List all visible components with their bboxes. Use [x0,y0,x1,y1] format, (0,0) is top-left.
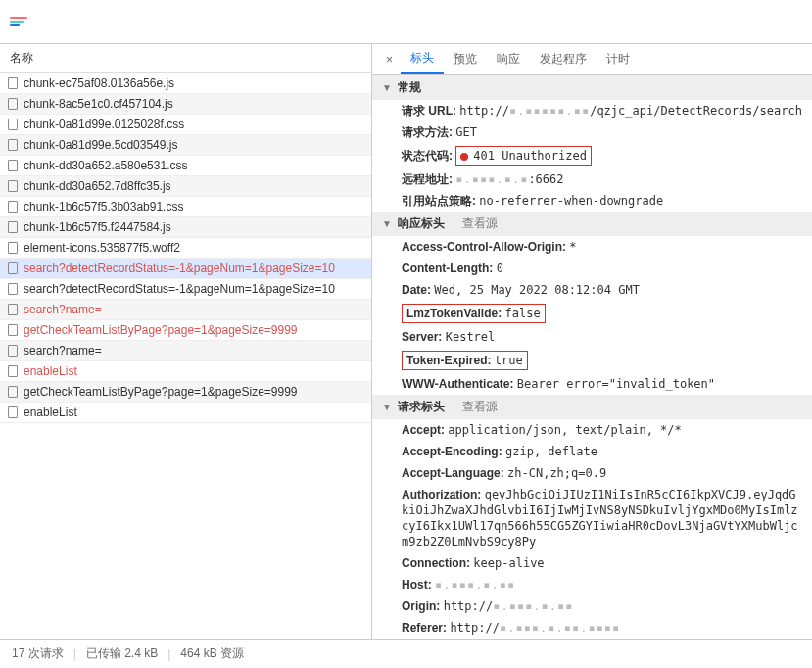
request-name: search?name= [24,303,102,316]
tab-initiator[interactable]: 发起程序 [530,45,597,73]
req-accept-language: Accept-Language: zh-CN,zh;q=0.9 [372,462,812,484]
request-row[interactable]: enableList [0,403,371,423]
resp-lmztoken: LmzTokenValide: false [372,301,812,326]
file-icon [8,242,18,254]
request-name: chunk-ec75af08.0136a56e.js [24,76,174,90]
chevron-down-icon: ▼ [382,218,392,229]
request-row[interactable]: chunk-0a81d99e.5cd03549.js [0,135,371,156]
status-dot-icon [460,153,468,161]
file-icon [8,365,18,377]
section-general-label: 常规 [398,79,421,96]
request-name: search?name= [24,344,102,358]
req-connection: Connection: keep-alive [372,552,812,574]
request-name: chunk-8ac5e1c0.cf457104.js [24,97,173,111]
details-panel: × 标头 预览 响应 发起程序 计时 ▼ 常规 请求 URL: http://▪… [372,44,812,639]
resp-token-expired: Token-Expired: true [372,348,812,373]
tab-response[interactable]: 响应 [487,45,530,73]
waterfall-icon [10,17,27,26]
request-row[interactable]: getCheckTeamListByPage?page=1&pageSize=9… [0,320,371,341]
close-icon[interactable]: × [378,49,401,71]
column-header-name[interactable]: 名称 [0,44,371,73]
resp-www-auth: WWW-Authenticate: Bearer error="invalid_… [372,373,812,395]
resp-server: Server: Kestrel [372,326,812,348]
tab-timing[interactable]: 计时 [597,45,640,73]
resp-date: Date: Wed, 25 May 2022 08:12:04 GMT [372,279,812,301]
section-response-headers[interactable]: ▼ 响应标头 查看源 [372,212,812,236]
file-icon [8,221,18,233]
req-referer: Referer: http://▪.▪▪▪.▪.▪▪.▪▪▪▪ [372,617,812,639]
section-general[interactable]: ▼ 常规 [372,75,812,100]
request-name: enableList [24,406,77,419]
status-bar: 17 次请求 | 已传输 2.4 kB | 464 kB 资源 [0,639,812,668]
resp-content-length: Content-Length: 0 [372,258,812,279]
request-method: 请求方法: GET [372,121,812,143]
file-icon [8,201,18,213]
file-icon [8,119,18,130]
req-accept-encoding: Accept-Encoding: gzip, deflate [372,441,812,462]
file-icon [8,345,18,357]
request-name: getCheckTeamListByPage?page=1&pageSize=9… [24,385,298,399]
tab-preview[interactable]: 预览 [444,45,487,73]
request-row[interactable]: chunk-8ac5e1c0.cf457104.js [0,94,371,115]
section-request-headers[interactable]: ▼ 请求标头 查看源 [372,395,812,419]
remote-address: 远程地址: ▪.▪▪▪.▪.▪:6662 [372,168,812,190]
request-row[interactable]: search?detectRecordStatus=-1&pageNum=1&p… [0,279,371,300]
file-icon [8,386,18,398]
file-icon [8,180,18,192]
request-row[interactable]: enableList [0,361,371,382]
request-name: enableList [24,364,77,378]
view-source-link[interactable]: 查看源 [462,399,498,415]
request-row[interactable]: element-icons.535877f5.woff2 [0,238,371,259]
request-row[interactable]: search?detectRecordStatus=-1&pageNum=1&p… [0,259,371,279]
request-name: chunk-dd30a652.7d8ffc35.js [24,179,171,193]
request-row[interactable]: chunk-0a81d99e.0125028f.css [0,115,371,135]
request-row[interactable]: search?name= [0,300,371,320]
request-row[interactable]: chunk-dd30a652.7d8ffc35.js [0,176,371,197]
file-icon [8,283,18,295]
file-icon [8,160,18,171]
request-name: chunk-0a81d99e.5cd03549.js [24,138,177,152]
resources-size: 464 kB 资源 [180,645,244,662]
request-row[interactable]: chunk-1b6c57f5.f2447584.js [0,217,371,238]
main-split: 名称 chunk-ec75af08.0136a56e.jschunk-8ac5e… [0,44,812,639]
request-row[interactable]: getCheckTeamListByPage?page=1&pageSize=9… [0,382,371,403]
req-accept: Accept: application/json, text/plain, */… [372,419,812,441]
transferred-size: 已传输 2.4 kB [86,645,158,662]
view-source-link[interactable]: 查看源 [462,215,498,232]
request-list[interactable]: chunk-ec75af08.0136a56e.jschunk-8ac5e1c0… [0,73,371,639]
file-icon [8,98,18,110]
request-row[interactable]: chunk-1b6c57f5.3b03ab91.css [0,197,371,217]
resp-acao: Access-Control-Allow-Origin: * [372,236,812,258]
request-name: getCheckTeamListByPage?page=1&pageSize=9… [24,323,298,337]
req-host: Host: ▪.▪▪▪.▪.▪▪ [372,574,812,596]
request-name: chunk-1b6c57f5.f2447584.js [24,220,171,234]
referrer-policy: 引用站点策略: no-referrer-when-downgrade [372,190,812,212]
file-icon [8,304,18,315]
request-url: 请求 URL: http://▪.▪▪▪▪▪.▪▪/qzjc_api/Detec… [372,100,812,121]
req-origin: Origin: http://▪.▪▪▪.▪.▪▪ [372,596,812,617]
file-icon [8,324,18,336]
request-list-panel: 名称 chunk-ec75af08.0136a56e.jschunk-8ac5e… [0,44,372,639]
chevron-down-icon: ▼ [382,402,392,412]
request-row[interactable]: search?name= [0,341,371,361]
tab-headers[interactable]: 标头 [401,44,444,74]
request-row[interactable]: chunk-ec75af08.0136a56e.js [0,73,371,94]
file-icon [8,406,18,418]
request-count: 17 次请求 [12,645,64,662]
req-authorization: Authorization: qeyJhbGciOiJIUzI1NiIsInR5… [372,484,812,552]
request-name: search?detectRecordStatus=-1&pageNum=1&p… [24,262,335,275]
request-row[interactable]: chunk-dd30a652.a580e531.css [0,156,371,176]
file-icon [8,139,18,151]
detail-tabs: × 标头 预览 响应 发起程序 计时 [372,44,812,75]
request-name: search?detectRecordStatus=-1&pageNum=1&p… [24,282,335,296]
request-name: element-icons.535877f5.woff2 [24,241,180,255]
request-name: chunk-0a81d99e.0125028f.css [24,118,184,131]
file-icon [8,262,18,274]
request-name: chunk-dd30a652.a580e531.css [24,159,187,172]
status-code: 状态代码: 401 Unauthorized [372,143,812,168]
request-name: chunk-1b6c57f5.3b03ab91.css [24,200,183,214]
chevron-down-icon: ▼ [382,82,392,93]
file-icon [8,77,18,89]
toolbar [0,0,812,44]
